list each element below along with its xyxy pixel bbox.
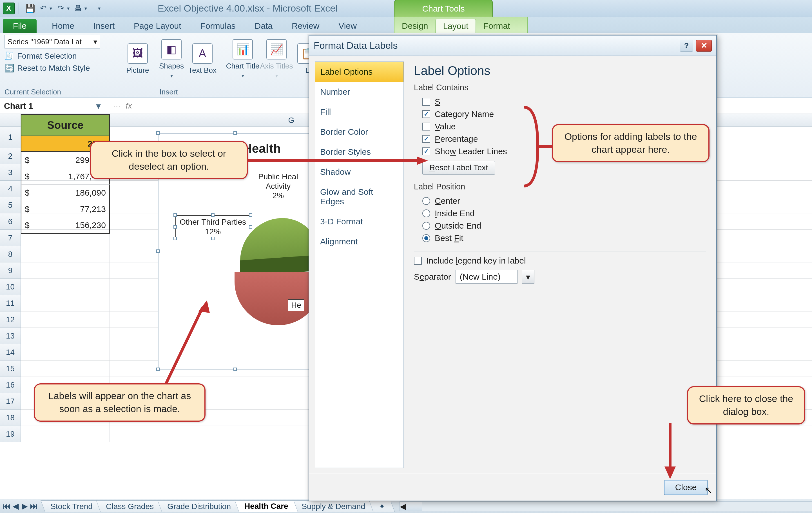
- separator-dropdown-icon[interactable]: ▾: [522, 270, 534, 284]
- name-box[interactable]: Chart 1 ▾: [0, 98, 107, 114]
- qat-customize-icon[interactable]: ▾: [98, 5, 103, 11]
- tab-insert[interactable]: Insert: [84, 19, 124, 33]
- dialog-nav-item[interactable]: Shadow: [315, 162, 403, 182]
- tab-view[interactable]: View: [329, 19, 366, 33]
- sheet-tab[interactable]: Supply & Demand: [292, 500, 375, 512]
- row-header[interactable]: 6: [0, 213, 21, 230]
- sheet-tab[interactable]: Stock Trend: [40, 500, 102, 512]
- cell[interactable]: [270, 393, 313, 409]
- cell[interactable]: [21, 263, 110, 279]
- dialog-nav-item[interactable]: 3-D Format: [315, 212, 403, 232]
- new-sheet-tab[interactable]: ✦: [369, 500, 395, 512]
- reset-match-style-button[interactable]: 🔄 Reset to Match Style: [4, 63, 90, 73]
- cell[interactable]: [270, 377, 313, 393]
- shapes-button[interactable]: ◧ Shapes▾: [154, 35, 188, 83]
- cb-category-name[interactable]: [422, 110, 430, 118]
- cell-money[interactable]: $186,090: [21, 185, 110, 201]
- data-label-public-health[interactable]: Public Heal Activity 2%: [254, 170, 302, 202]
- sheet-tab[interactable]: Class Grades: [96, 500, 164, 512]
- data-label-other-third-parties[interactable]: Other Third Parties 12%: [175, 215, 250, 238]
- dialog-nav-item[interactable]: Number: [315, 82, 403, 102]
- row-header[interactable]: 12: [0, 312, 21, 328]
- row-header[interactable]: 3: [0, 164, 21, 181]
- dialog-nav-item[interactable]: Label Options: [315, 62, 403, 82]
- row-header[interactable]: 10: [0, 279, 21, 295]
- first-sheet-icon[interactable]: ⏮: [3, 502, 11, 510]
- dialog-nav-item[interactable]: Border Color: [315, 122, 403, 142]
- sheet-tab[interactable]: Health Care: [235, 500, 298, 512]
- dialog-nav-item[interactable]: Glow and Soft Edges: [315, 182, 403, 212]
- tab-layout[interactable]: Layout: [435, 19, 476, 33]
- cb-include-legend-key[interactable]: [414, 257, 422, 265]
- cb-value[interactable]: [422, 123, 430, 131]
- row-header[interactable]: 7: [0, 230, 21, 246]
- cell[interactable]: [21, 360, 110, 377]
- sheet-tab[interactable]: Grade Distribution: [157, 500, 240, 512]
- cell[interactable]: [110, 426, 270, 442]
- rb-inside-end[interactable]: [422, 210, 430, 217]
- row-header[interactable]: 17: [0, 393, 21, 409]
- row-header[interactable]: 13: [0, 328, 21, 344]
- row-header[interactable]: 16: [0, 377, 21, 393]
- row-header[interactable]: 5: [0, 197, 21, 213]
- sheet-nav-buttons[interactable]: ⏮ ◀ ▶ ⏭: [3, 502, 38, 510]
- separator-select[interactable]: (New Line): [456, 270, 518, 284]
- row-header[interactable]: 8: [0, 246, 21, 263]
- row-header[interactable]: 11: [0, 295, 21, 312]
- scroll-thumb[interactable]: ◀: [400, 502, 422, 511]
- row-header[interactable]: 9: [0, 263, 21, 279]
- print-dropdown-icon[interactable]: ▾: [84, 5, 89, 11]
- chart-title-button[interactable]: 📊 Chart Title▾: [226, 35, 260, 83]
- cell[interactable]: [21, 344, 110, 360]
- fx-label[interactable]: fx: [126, 102, 132, 110]
- rb-center[interactable]: [422, 197, 430, 205]
- reset-label-text-button[interactable]: Reset Label Text: [422, 161, 495, 175]
- dialog-nav-item[interactable]: Fill: [315, 102, 403, 122]
- tab-review[interactable]: Review: [282, 19, 329, 33]
- chart-title[interactable]: Health: [243, 141, 281, 156]
- undo-icon[interactable]: ↶: [38, 3, 49, 14]
- fx-ellipsis-icon[interactable]: ⋯: [113, 101, 121, 110]
- tab-format[interactable]: Format: [476, 19, 517, 33]
- tab-data[interactable]: Data: [245, 19, 282, 33]
- cell[interactable]: [21, 246, 110, 263]
- cell[interactable]: [21, 312, 110, 328]
- cb-percentage[interactable]: [422, 135, 430, 143]
- horizontal-scrollbar[interactable]: ◀: [400, 502, 812, 511]
- dialog-nav-item[interactable]: Alignment: [315, 232, 403, 252]
- tab-page-layout[interactable]: Page Layout: [124, 19, 191, 33]
- rb-outside-end[interactable]: [422, 222, 430, 230]
- col-header-g[interactable]: G: [270, 114, 313, 126]
- cell[interactable]: [21, 279, 110, 295]
- print-icon[interactable]: 🖶: [72, 3, 83, 14]
- cb-series-name[interactable]: [422, 98, 430, 106]
- cell[interactable]: [270, 409, 313, 426]
- cb-show-leader-lines[interactable]: [422, 147, 430, 155]
- format-selection-button[interactable]: 🧾 Format Selection: [4, 51, 77, 61]
- tab-design[interactable]: Design: [395, 19, 435, 33]
- next-sheet-icon[interactable]: ▶: [21, 502, 29, 510]
- select-all-corner[interactable]: [0, 114, 21, 126]
- textbox-button[interactable]: A Text Box: [188, 35, 216, 83]
- chart-element-selector[interactable]: Series "1969" Data Lat ▾: [4, 35, 100, 49]
- cell[interactable]: [270, 426, 313, 442]
- cell-money[interactable]: $77,213: [21, 201, 110, 217]
- help-button[interactable]: ?: [680, 40, 693, 52]
- close-x-button[interactable]: ✕: [696, 40, 712, 52]
- redo-icon[interactable]: ↷: [55, 3, 66, 14]
- cell[interactable]: [21, 295, 110, 312]
- cell-money[interactable]: $156,230: [21, 217, 110, 234]
- cell[interactable]: [21, 328, 110, 344]
- picture-button[interactable]: 🖼 Picture: [121, 35, 154, 83]
- prev-sheet-icon[interactable]: ◀: [12, 502, 20, 510]
- row-header[interactable]: 1: [0, 127, 21, 148]
- row-header[interactable]: 14: [0, 344, 21, 360]
- col-header-blank[interactable]: [110, 114, 270, 126]
- row-header[interactable]: 4: [0, 181, 21, 197]
- cell[interactable]: [21, 426, 110, 442]
- save-icon[interactable]: 💾: [25, 3, 35, 14]
- tab-file[interactable]: File: [3, 19, 37, 33]
- row-header[interactable]: 19: [0, 426, 21, 442]
- dialog-nav-item[interactable]: Border Styles: [315, 142, 403, 162]
- row-header[interactable]: 15: [0, 360, 21, 377]
